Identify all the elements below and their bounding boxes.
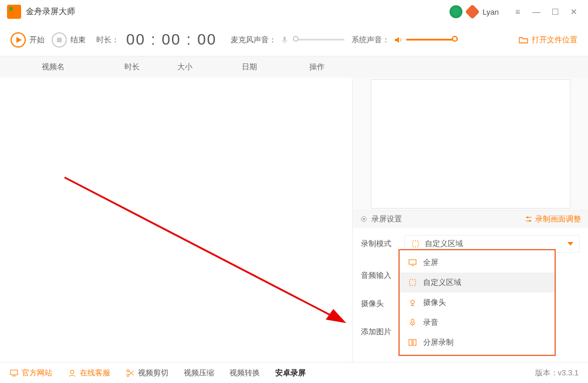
svg-rect-18 bbox=[11, 370, 18, 375]
main-toolbar: 开始 结束 时长： 00 : 00 : 00 麦克风声音： 系统声音： 打开文件… bbox=[0, 23, 588, 56]
svg-rect-10 bbox=[413, 241, 418, 247]
option-audio[interactable]: 录音 bbox=[400, 313, 555, 332]
svg-point-8 bbox=[527, 217, 529, 219]
timer-display: 00 : 00 : 00 bbox=[126, 31, 217, 49]
speaker-icon bbox=[393, 35, 403, 45]
system-audio-label: 系统声音： bbox=[352, 35, 390, 45]
version-label: 版本：v3.3.1 bbox=[535, 368, 579, 378]
settings-title: 录屏设置 bbox=[371, 214, 402, 224]
preview-area bbox=[353, 78, 588, 211]
caret-down-icon bbox=[567, 242, 573, 246]
svg-rect-11 bbox=[409, 260, 416, 264]
mode-label: 录制模式 bbox=[361, 238, 404, 249]
minimize-button[interactable]: — bbox=[529, 5, 543, 19]
svg-marker-3 bbox=[326, 309, 346, 323]
col-ops: 操作 bbox=[288, 62, 346, 72]
settings-body: 录制模式 自定义区域 音频输入 摄像头 添加图片 全屏 bbox=[353, 228, 588, 362]
app-logo-block: 金舟录屏大师 bbox=[7, 5, 75, 19]
crop-icon bbox=[411, 239, 420, 248]
mic-volume-group: 麦克风声音： bbox=[231, 35, 344, 45]
mode-value: 自定义区域 bbox=[425, 238, 463, 249]
add-image-label: 添加图片 bbox=[361, 327, 404, 337]
gear-icon bbox=[360, 215, 368, 223]
username: Lyan bbox=[482, 8, 499, 16]
svg-rect-0 bbox=[283, 36, 286, 41]
svg-point-9 bbox=[529, 220, 531, 222]
table-header: 视频名 时长 大小 日期 操作 bbox=[0, 56, 588, 78]
camera-label: 摄像头 bbox=[361, 298, 404, 309]
annotation-arrow bbox=[59, 172, 346, 324]
close-button[interactable]: ✕ bbox=[567, 5, 581, 19]
option-split-screen[interactable]: 分屏录制 bbox=[400, 332, 555, 352]
side-panel: 录屏设置 录制画面调整 录制模式 自定义区域 音频输入 摄像头 bbox=[352, 78, 588, 362]
svg-rect-16 bbox=[409, 340, 412, 345]
svg-line-24 bbox=[129, 371, 134, 375]
vip-badge-icon bbox=[465, 4, 480, 19]
svg-point-21 bbox=[127, 369, 129, 372]
start-button[interactable]: 开始 bbox=[11, 32, 45, 48]
maximize-button[interactable]: ☐ bbox=[548, 5, 562, 19]
status-bar: 官方网站 在线客服 视频剪切 视频压缩 视频转换 安卓录屏 版本：v3.3.1 bbox=[0, 362, 588, 383]
video-convert-tab[interactable]: 视频转换 bbox=[229, 368, 260, 378]
scissors-icon bbox=[126, 368, 135, 378]
svg-rect-15 bbox=[411, 319, 414, 323]
video-cut-link[interactable]: 视频剪切 bbox=[126, 368, 168, 378]
settings-header: 录屏设置 录制画面调整 bbox=[353, 211, 588, 228]
option-fullscreen[interactable]: 全屏 bbox=[400, 253, 555, 273]
headset-icon bbox=[67, 368, 77, 378]
record-mode-dropdown: 全屏 自定义区域 摄像头 录音 分屏录制 bbox=[398, 249, 556, 356]
stop-button[interactable]: 结束 bbox=[52, 32, 86, 48]
duration-label: 时长： bbox=[96, 35, 119, 45]
option-camera[interactable]: 摄像头 bbox=[400, 293, 555, 313]
user-avatar[interactable] bbox=[450, 5, 462, 18]
folder-icon bbox=[519, 35, 528, 45]
svg-line-23 bbox=[129, 371, 134, 375]
menu-icon[interactable]: ≡ bbox=[511, 5, 525, 19]
crop-icon bbox=[408, 278, 417, 287]
col-name: 视频名 bbox=[0, 62, 106, 72]
play-icon bbox=[11, 32, 26, 48]
option-custom-area[interactable]: 自定义区域 bbox=[400, 273, 555, 293]
customer-service-link[interactable]: 在线客服 bbox=[67, 368, 110, 378]
col-date: 日期 bbox=[211, 62, 288, 72]
col-size: 大小 bbox=[158, 62, 211, 72]
microphone-icon bbox=[280, 35, 289, 45]
svg-line-2 bbox=[65, 177, 334, 317]
svg-point-14 bbox=[411, 300, 414, 304]
system-volume-group: 系统声音： bbox=[352, 35, 458, 45]
microphone-icon bbox=[408, 318, 417, 327]
preview-thumbnail bbox=[371, 79, 570, 209]
monitor-icon bbox=[9, 368, 19, 378]
col-duration: 时长 bbox=[106, 62, 158, 72]
svg-rect-13 bbox=[410, 280, 415, 285]
mic-label: 麦克风声音： bbox=[231, 35, 276, 45]
sliders-icon bbox=[525, 215, 533, 223]
mic-slider[interactable] bbox=[293, 39, 344, 41]
stop-icon bbox=[52, 32, 67, 48]
title-bar: 金舟录屏大师 Lyan ≡ — ☐ ✕ bbox=[0, 0, 588, 23]
svg-point-20 bbox=[70, 370, 74, 374]
android-record-tab[interactable]: 安卓录屏 bbox=[275, 368, 306, 378]
svg-point-5 bbox=[363, 219, 365, 221]
split-icon bbox=[408, 338, 417, 347]
svg-point-22 bbox=[127, 374, 129, 377]
camera-icon bbox=[408, 298, 417, 307]
audio-input-label: 音频输入 bbox=[361, 270, 404, 281]
adjust-canvas-button[interactable]: 录制画面调整 bbox=[525, 214, 581, 224]
recording-list-pane bbox=[0, 78, 352, 362]
system-slider[interactable] bbox=[406, 39, 458, 41]
open-folder-button[interactable]: 打开文件位置 bbox=[519, 35, 577, 45]
app-title: 金舟录屏大师 bbox=[26, 6, 75, 17]
video-compress-tab[interactable]: 视频压缩 bbox=[184, 368, 214, 378]
monitor-icon bbox=[408, 258, 417, 267]
official-site-link[interactable]: 官方网站 bbox=[9, 368, 52, 378]
svg-rect-17 bbox=[413, 340, 416, 345]
app-logo-icon bbox=[7, 5, 21, 19]
